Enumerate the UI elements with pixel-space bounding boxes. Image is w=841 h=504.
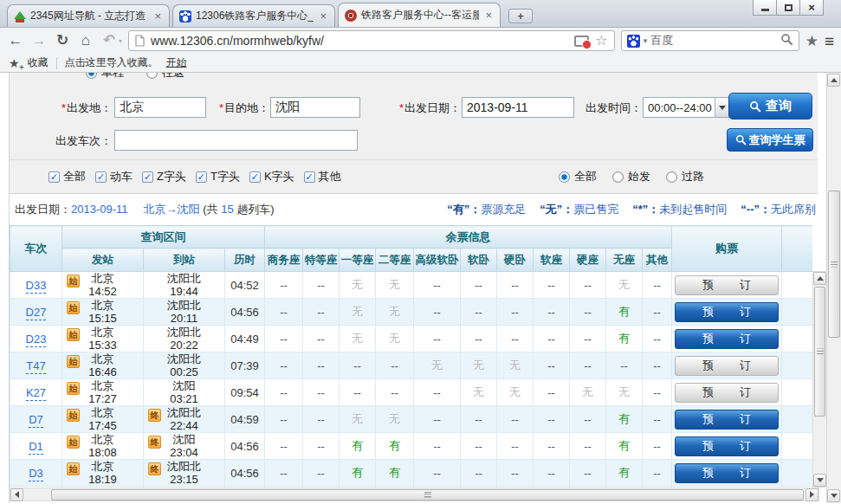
address-bar[interactable]: www.12306.cn/mormhweb/kyfw/ ☆: [128, 30, 615, 51]
train-type-checkbox[interactable]: ✓K字头: [249, 169, 294, 184]
legend-item: “无”：票已售完: [540, 202, 618, 217]
scroll-up-arrow-icon[interactable]: [827, 74, 840, 87]
favorites-label[interactable]: 收藏: [28, 55, 49, 70]
radio-icon[interactable]: [612, 171, 624, 183]
minimize-button[interactable]: [753, 0, 777, 16]
train-number-link[interactable]: D3: [29, 467, 43, 481]
popup-blocked-icon[interactable]: [574, 36, 589, 47]
radio-icon[interactable]: [559, 171, 570, 183]
date-input[interactable]: [462, 97, 574, 118]
train-no-input[interactable]: [114, 130, 358, 151]
train-type-checkbox[interactable]: ✓全部: [49, 169, 86, 184]
checkbox-icon[interactable]: ✓: [142, 171, 153, 183]
book-button[interactable]: 预 订: [675, 275, 779, 295]
book-button[interactable]: 预 订: [675, 302, 779, 322]
train-type-checkbox[interactable]: ✓Z字头: [142, 169, 186, 184]
url-text[interactable]: www.12306.cn/mormhweb/kyfw/: [151, 34, 568, 48]
checkbox-icon[interactable]: ✓: [196, 171, 207, 183]
page-vertical-scrollbar[interactable]: [826, 73, 841, 503]
train-number-link[interactable]: D1: [29, 440, 43, 455]
trip-type-radio[interactable]: 往返: [146, 73, 184, 81]
table-row: D27始北京15:15沈阳北20:1104:56----无无----------…: [10, 299, 813, 326]
book-button[interactable]: 预 订: [675, 410, 779, 430]
to-input[interactable]: [270, 97, 360, 118]
browser-tab[interactable]: 2345网址导航 - 立志打造×: [7, 4, 170, 27]
book-button[interactable]: 预 订: [675, 463, 779, 483]
seat-availability-cell: --: [461, 299, 497, 326]
search-box[interactable]: ▾ 百度: [621, 30, 799, 51]
forward-icon[interactable]: →: [30, 32, 48, 49]
search-magnifier-icon[interactable]: [780, 33, 793, 48]
scope-radio[interactable]: 始发: [612, 169, 650, 184]
maximize-button[interactable]: [776, 0, 800, 16]
train-number-link[interactable]: T47: [26, 359, 45, 374]
start-link[interactable]: 开始: [166, 55, 187, 70]
train-type-filter-strip: ✓全部✓动车✓Z字头✓T字头✓K字头✓其他 全部始发过路: [10, 159, 818, 194]
close-button[interactable]: ×: [799, 0, 824, 16]
home-icon[interactable]: ⌂: [77, 32, 94, 49]
seat-availability-cell: --: [497, 326, 534, 352]
train-number-link[interactable]: D23: [26, 333, 47, 347]
trip-type-radio[interactable]: 单程: [86, 73, 124, 81]
browser-tab[interactable]: 12306铁路客户服务中心_×: [172, 4, 335, 27]
student-ticket-button[interactable]: 查询学生票: [727, 128, 813, 152]
table-row: D3始北京18:19终沈阳北23:1504:56----有有----------…: [10, 460, 813, 487]
book-button[interactable]: 预 订: [675, 436, 779, 456]
browser-tab[interactable]: 铁路客户服务中心--客运服×: [338, 3, 501, 27]
train-type-checkbox[interactable]: ✓其他: [304, 169, 341, 184]
start-badge: 始: [67, 436, 80, 449]
radio-icon[interactable]: [666, 171, 677, 183]
scroll-down-arrow-icon[interactable]: [827, 489, 840, 502]
train-number-link[interactable]: D7: [29, 413, 43, 428]
train-type-checkbox[interactable]: ✓动车: [95, 169, 133, 184]
undo-button[interactable]: ↶ ▾: [100, 32, 122, 49]
time-select-dropdown-button[interactable]: [715, 98, 729, 117]
tab-close-icon[interactable]: ×: [152, 10, 163, 23]
time-select[interactable]: 00:00--24:00: [643, 97, 730, 118]
tab-close-icon[interactable]: ×: [483, 9, 494, 22]
from-input[interactable]: [114, 97, 206, 118]
radio-label: 全部: [574, 169, 597, 184]
radio-icon[interactable]: [86, 73, 97, 79]
checkbox-icon[interactable]: ✓: [304, 171, 315, 183]
add-favorite-icon[interactable]: ★+: [9, 56, 20, 70]
scroll-up-arrow-icon[interactable]: [813, 272, 826, 285]
radio-icon[interactable]: [146, 73, 158, 79]
scroll-right-arrow-icon[interactable]: [805, 488, 818, 501]
checkbox-icon[interactable]: ✓: [49, 171, 60, 183]
scrollbar-thumb[interactable]: [814, 287, 825, 417]
tab-close-icon[interactable]: ×: [318, 10, 328, 23]
bookmarks-star-icon[interactable]: ★: [805, 32, 818, 50]
train-number-link[interactable]: D27: [26, 306, 47, 320]
scope-radio[interactable]: 过路: [666, 169, 704, 184]
checkbox-icon[interactable]: ✓: [95, 171, 107, 183]
table-horizontal-scrollbar[interactable]: [10, 488, 819, 501]
header-book: 购票: [672, 226, 782, 272]
bookmark-star-outline-icon[interactable]: ☆: [595, 34, 607, 48]
train-number-link[interactable]: D33: [26, 279, 47, 294]
seat-availability-cell: --: [497, 299, 534, 326]
menu-hamburger-icon[interactable]: ≡: [825, 33, 834, 49]
empty-cell: [782, 326, 812, 352]
duration-cell: 04:59: [225, 406, 265, 433]
table-vertical-scrollbar[interactable]: [812, 271, 827, 488]
scope-radio[interactable]: 全部: [559, 169, 597, 184]
reload-icon[interactable]: ↻: [54, 32, 71, 49]
book-button[interactable]: 预 订: [675, 329, 779, 349]
seat-availability-cell: --: [570, 433, 606, 460]
scroll-left-arrow-icon[interactable]: [10, 488, 23, 501]
book-button[interactable]: 预 订: [675, 356, 779, 376]
scrollbar-thumb[interactable]: [828, 191, 840, 338]
scrollbar-thumb[interactable]: [51, 489, 804, 501]
train-number-link[interactable]: K27: [26, 386, 46, 401]
tab-title: 12306铁路客户服务中心_: [196, 9, 314, 23]
search-engine-dropdown-icon[interactable]: ▾: [644, 36, 648, 45]
seat-availability-cell: --: [534, 406, 570, 433]
query-button[interactable]: 查询: [728, 93, 812, 120]
new-tab-button[interactable]: +: [508, 9, 533, 23]
train-type-checkbox[interactable]: ✓T字头: [196, 169, 240, 184]
checkbox-icon[interactable]: ✓: [249, 171, 261, 183]
book-button[interactable]: 预 订: [675, 383, 779, 403]
scroll-down-arrow-icon[interactable]: [813, 474, 826, 487]
back-icon[interactable]: ←: [7, 32, 24, 49]
